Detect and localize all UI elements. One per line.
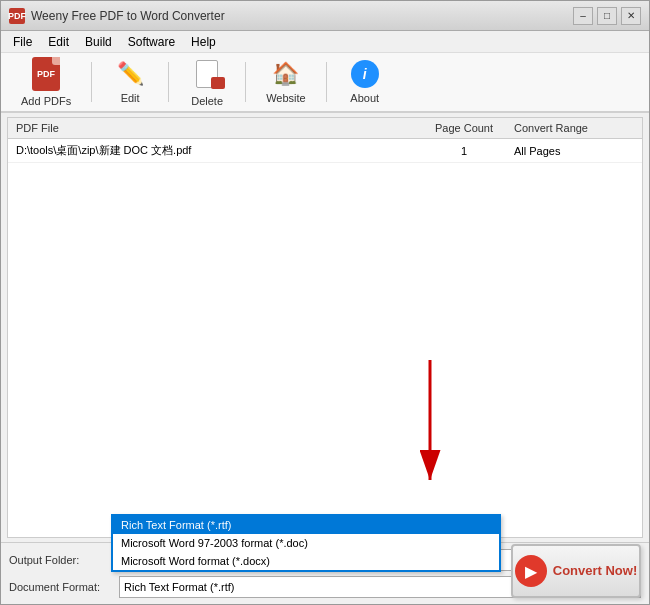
menu-build[interactable]: Build <box>77 33 120 51</box>
window-title: Weeny Free PDF to Word Converter <box>31 9 573 23</box>
menu-edit[interactable]: Edit <box>40 33 77 51</box>
menu-help[interactable]: Help <box>183 33 224 51</box>
delete-button[interactable]: Delete <box>177 51 237 113</box>
delete-icon <box>193 57 221 91</box>
main-window: PDF Weeny Free PDF to Word Converter – □… <box>0 0 650 605</box>
add-pdfs-button[interactable]: PDF Add PDFs <box>9 51 83 113</box>
add-pdfs-label: Add PDFs <box>21 95 71 107</box>
toolbar-separator-1 <box>91 62 92 102</box>
format-dropdown[interactable]: Rich Text Format (*.rtf) Microsoft Word … <box>111 514 501 572</box>
file-list-header: PDF File Page Count Convert Range <box>8 118 642 139</box>
pencil-icon: ✏️ <box>116 60 144 88</box>
header-convert-range: Convert Range <box>514 122 634 134</box>
output-folder-label: Output Folder: <box>9 554 119 566</box>
row-page-count: 1 <box>414 145 514 157</box>
window-controls: – □ ✕ <box>573 7 641 25</box>
toolbar-separator-2 <box>168 62 169 102</box>
info-icon: i <box>351 60 379 88</box>
header-page-count: Page Count <box>414 122 514 134</box>
close-button[interactable]: ✕ <box>621 7 641 25</box>
header-pdf-file: PDF File <box>16 122 414 134</box>
title-bar: PDF Weeny Free PDF to Word Converter – □… <box>1 1 649 31</box>
convert-now-button[interactable]: ▶ Convert Now! <box>511 544 641 598</box>
dropdown-item-docx[interactable]: Microsoft Word format (*.docx) <box>113 552 499 570</box>
menu-file[interactable]: File <box>5 33 40 51</box>
bottom-area: Rich Text Format (*.rtf) Microsoft Word … <box>1 542 649 604</box>
row-pdf-file: D:\tools\桌面\zip\新建 DOC 文档.pdf <box>16 143 414 158</box>
edit-label: Edit <box>121 92 140 104</box>
toolbar-separator-3 <box>245 62 246 102</box>
table-row[interactable]: D:\tools\桌面\zip\新建 DOC 文档.pdf 1 All Page… <box>8 139 642 163</box>
website-label: Website <box>266 92 306 104</box>
convert-icon: ▶ <box>515 555 547 587</box>
menu-bar: File Edit Build Software Help <box>1 31 649 53</box>
dropdown-item-doc[interactable]: Microsoft Word 97-2003 format (*.doc) <box>113 534 499 552</box>
app-icon: PDF <box>9 8 25 24</box>
toolbar-separator-4 <box>326 62 327 102</box>
pdf-icon: PDF <box>32 57 60 91</box>
website-button[interactable]: 🏠 Website <box>254 54 318 110</box>
menu-software[interactable]: Software <box>120 33 183 51</box>
minimize-button[interactable]: – <box>573 7 593 25</box>
document-format-label: Document Format: <box>9 581 119 593</box>
edit-button[interactable]: ✏️ Edit <box>100 54 160 110</box>
toolbar: PDF Add PDFs ✏️ Edit Delete 🏠 Website i <box>1 53 649 113</box>
about-label: About <box>350 92 379 104</box>
file-list-content: D:\tools\桌面\zip\新建 DOC 文档.pdf 1 All Page… <box>8 139 642 537</box>
dropdown-item-rtf[interactable]: Rich Text Format (*.rtf) <box>113 516 499 534</box>
row-convert-range: All Pages <box>514 145 634 157</box>
delete-label: Delete <box>191 95 223 107</box>
file-list-area: PDF File Page Count Convert Range D:\too… <box>7 117 643 538</box>
convert-now-label: Convert Now! <box>553 563 638 579</box>
delete-red-overlay <box>211 77 225 89</box>
maximize-button[interactable]: □ <box>597 7 617 25</box>
about-button[interactable]: i About <box>335 54 395 110</box>
house-icon: 🏠 <box>272 60 300 88</box>
